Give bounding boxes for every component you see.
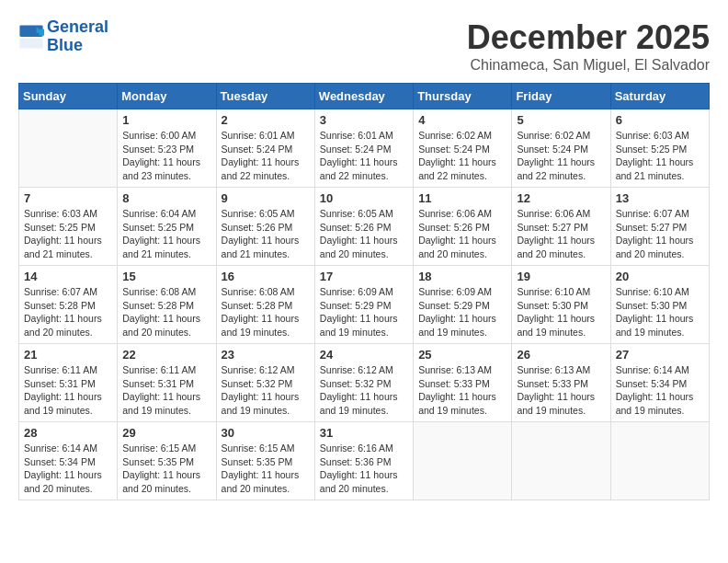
calendar-cell: 17Sunrise: 6:09 AMSunset: 5:29 PMDayligh… [314,266,413,344]
day-info: Sunrise: 6:09 AMSunset: 5:29 PMDaylight:… [418,285,506,339]
header-friday: Friday [512,84,610,109]
calendar-cell: 8Sunrise: 6:04 AMSunset: 5:25 PMDaylight… [118,188,216,266]
header-monday: Monday [118,84,216,109]
calendar-cell: 19Sunrise: 6:10 AMSunset: 5:30 PMDayligh… [512,266,610,344]
calendar-cell [512,422,610,500]
day-number: 22 [122,348,210,362]
header-tuesday: Tuesday [216,84,314,109]
day-info: Sunrise: 6:05 AMSunset: 5:26 PMDaylight:… [320,207,408,261]
day-info: Sunrise: 6:12 AMSunset: 5:32 PMDaylight:… [320,363,408,418]
header-sunday: Sunday [19,84,118,109]
day-info: Sunrise: 6:04 AMSunset: 5:25 PMDaylight:… [122,207,210,261]
calendar-cell: 29Sunrise: 6:15 AMSunset: 5:35 PMDayligh… [118,422,216,500]
day-number: 19 [517,270,605,283]
logo-icon [18,24,44,50]
day-number: 25 [418,348,506,362]
svg-marker-4 [39,29,44,35]
day-number: 7 [24,191,112,205]
day-number: 27 [616,348,704,362]
day-number: 24 [320,348,408,362]
calendar-header-row: SundayMondayTuesdayWednesdayThursdayFrid… [19,84,710,109]
day-info: Sunrise: 6:14 AMSunset: 5:34 PMDaylight:… [24,442,112,496]
calendar-cell: 9Sunrise: 6:05 AMSunset: 5:26 PMDaylight… [216,188,314,266]
day-info: Sunrise: 6:10 AMSunset: 5:30 PMDaylight:… [517,285,605,339]
day-info: Sunrise: 6:13 AMSunset: 5:33 PMDaylight:… [517,363,605,418]
calendar-cell: 16Sunrise: 6:08 AMSunset: 5:28 PMDayligh… [216,266,314,344]
logo-line1: General [47,17,108,36]
day-number: 28 [24,426,112,440]
calendar-cell: 6Sunrise: 6:03 AMSunset: 5:25 PMDaylight… [610,109,709,188]
day-info: Sunrise: 6:15 AMSunset: 5:35 PMDaylight:… [122,442,210,496]
week-row-2: 7Sunrise: 6:03 AMSunset: 5:25 PMDaylight… [19,188,710,266]
day-info: Sunrise: 6:08 AMSunset: 5:28 PMDaylight:… [222,285,310,339]
day-number: 16 [222,270,310,283]
day-number: 3 [320,113,408,127]
day-number: 11 [418,191,506,205]
calendar-cell: 2Sunrise: 6:01 AMSunset: 5:24 PMDaylight… [216,109,314,188]
page-header: General Blue December 2025 Chinameca, Sa… [18,18,710,74]
calendar-cell: 24Sunrise: 6:12 AMSunset: 5:32 PMDayligh… [314,344,413,422]
calendar-cell [414,422,512,500]
day-info: Sunrise: 6:07 AMSunset: 5:28 PMDaylight:… [24,285,112,339]
logo-line2: Blue [47,36,83,54]
calendar-cell: 5Sunrise: 6:02 AMSunset: 5:24 PMDaylight… [512,109,610,188]
day-info: Sunrise: 6:03 AMSunset: 5:25 PMDaylight:… [616,129,704,183]
calendar-cell: 26Sunrise: 6:13 AMSunset: 5:33 PMDayligh… [512,344,610,422]
day-number: 1 [122,113,210,127]
day-number: 12 [517,191,605,205]
calendar-cell: 11Sunrise: 6:06 AMSunset: 5:26 PMDayligh… [414,188,512,266]
day-number: 21 [24,348,112,362]
day-info: Sunrise: 6:02 AMSunset: 5:24 PMDaylight:… [517,129,605,183]
day-number: 14 [24,270,112,283]
calendar-cell: 12Sunrise: 6:06 AMSunset: 5:27 PMDayligh… [512,188,610,266]
day-number: 10 [320,191,408,205]
day-number: 4 [418,113,506,127]
day-number: 5 [517,113,605,127]
day-info: Sunrise: 6:01 AMSunset: 5:24 PMDaylight:… [320,129,408,183]
header-thursday: Thursday [414,84,512,109]
calendar-cell: 18Sunrise: 6:09 AMSunset: 5:29 PMDayligh… [414,266,512,344]
day-info: Sunrise: 6:11 AMSunset: 5:31 PMDaylight:… [122,363,210,418]
day-number: 30 [222,426,310,440]
calendar-cell: 14Sunrise: 6:07 AMSunset: 5:28 PMDayligh… [19,266,118,344]
day-info: Sunrise: 6:07 AMSunset: 5:27 PMDaylight:… [616,207,704,261]
day-number: 6 [616,113,704,127]
day-info: Sunrise: 6:08 AMSunset: 5:28 PMDaylight:… [122,285,210,339]
calendar-cell: 15Sunrise: 6:08 AMSunset: 5:28 PMDayligh… [118,266,216,344]
week-row-5: 28Sunrise: 6:14 AMSunset: 5:34 PMDayligh… [19,422,710,500]
calendar-cell: 21Sunrise: 6:11 AMSunset: 5:31 PMDayligh… [19,344,118,422]
calendar-cell: 7Sunrise: 6:03 AMSunset: 5:25 PMDaylight… [19,188,118,266]
day-number: 15 [122,270,210,283]
calendar-cell: 20Sunrise: 6:10 AMSunset: 5:30 PMDayligh… [610,266,709,344]
day-info: Sunrise: 6:09 AMSunset: 5:29 PMDaylight:… [320,285,408,339]
calendar-cell [19,109,118,188]
day-number: 18 [418,270,506,283]
calendar-cell: 28Sunrise: 6:14 AMSunset: 5:34 PMDayligh… [19,422,118,500]
day-info: Sunrise: 6:01 AMSunset: 5:24 PMDaylight:… [222,129,310,183]
day-info: Sunrise: 6:06 AMSunset: 5:26 PMDaylight:… [418,207,506,261]
day-info: Sunrise: 6:11 AMSunset: 5:31 PMDaylight:… [24,363,112,418]
day-info: Sunrise: 6:14 AMSunset: 5:34 PMDaylight:… [616,363,704,418]
calendar-table: SundayMondayTuesdayWednesdayThursdayFrid… [18,83,710,500]
day-number: 29 [122,426,210,440]
header-saturday: Saturday [610,84,709,109]
calendar-cell: 4Sunrise: 6:02 AMSunset: 5:24 PMDaylight… [414,109,512,188]
day-info: Sunrise: 6:06 AMSunset: 5:27 PMDaylight:… [517,207,605,261]
calendar-cell: 22Sunrise: 6:11 AMSunset: 5:31 PMDayligh… [118,344,216,422]
logo-text: General Blue [47,18,108,55]
calendar-cell: 1Sunrise: 6:00 AMSunset: 5:23 PMDaylight… [118,109,216,188]
header-wednesday: Wednesday [314,84,413,109]
calendar-cell: 31Sunrise: 6:16 AMSunset: 5:36 PMDayligh… [314,422,413,500]
day-info: Sunrise: 6:12 AMSunset: 5:32 PMDaylight:… [222,363,310,418]
day-number: 23 [222,348,310,362]
location-title: Chinameca, San Miguel, El Salvador [467,57,710,74]
calendar-cell: 3Sunrise: 6:01 AMSunset: 5:24 PMDaylight… [314,109,413,188]
title-block: December 2025 Chinameca, San Miguel, El … [467,18,710,74]
day-number: 17 [320,270,408,283]
day-info: Sunrise: 6:03 AMSunset: 5:25 PMDaylight:… [24,207,112,261]
day-info: Sunrise: 6:00 AMSunset: 5:23 PMDaylight:… [122,129,210,183]
calendar-cell: 10Sunrise: 6:05 AMSunset: 5:26 PMDayligh… [314,188,413,266]
day-info: Sunrise: 6:02 AMSunset: 5:24 PMDaylight:… [418,129,506,183]
week-row-1: 1Sunrise: 6:00 AMSunset: 5:23 PMDaylight… [19,109,710,188]
day-info: Sunrise: 6:16 AMSunset: 5:36 PMDaylight:… [320,442,408,496]
